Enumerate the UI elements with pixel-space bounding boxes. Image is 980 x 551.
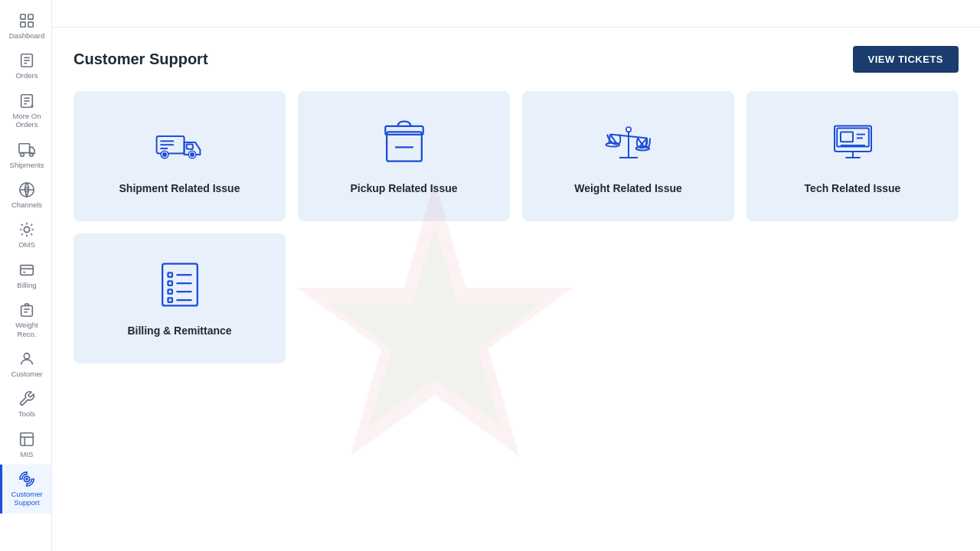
sidebar-item-tools[interactable]: Tools	[0, 384, 51, 424]
sidebar-item-mis-label: MIS	[21, 450, 34, 458]
sidebar-item-customer-support-label: Customer Support	[5, 490, 48, 507]
weight-card-icon	[604, 118, 653, 170]
svg-point-14	[30, 152, 34, 156]
sidebar-item-customer-label: Customer	[11, 370, 42, 378]
sidebar-item-tools-label: Tools	[18, 409, 35, 418]
customer-support-icon	[18, 471, 35, 487]
svg-rect-20	[21, 306, 33, 317]
svg-rect-64	[168, 281, 172, 285]
weight-reco-icon	[18, 302, 35, 318]
more-orders-icon	[18, 93, 35, 109]
svg-point-13	[21, 152, 24, 156]
cards-row-2: Billing & Remittance	[74, 233, 959, 364]
sidebar-item-shipments-label: Shipments	[10, 161, 44, 169]
sidebar-item-billing-label: Billing	[17, 281, 36, 289]
billing-icon	[18, 262, 35, 279]
sidebar-item-channels[interactable]: Channels	[0, 175, 51, 215]
channels-icon	[18, 181, 35, 198]
sidebar-item-orders[interactable]: Orders	[0, 46, 51, 86]
main-content: Customer Support VIEW TICKETS	[52, 0, 980, 551]
view-tickets-button[interactable]: VIEW TICKETS	[853, 46, 959, 73]
sidebar-item-dashboard-label: Dashboard	[9, 31, 44, 40]
oms-icon	[18, 221, 35, 238]
billing-card-icon	[155, 260, 204, 312]
svg-point-46	[626, 127, 630, 132]
svg-rect-68	[168, 298, 172, 302]
shipment-card-icon	[155, 118, 204, 170]
sidebar: Dashboard Orders More On Orders Shipment…	[0, 0, 52, 551]
tech-card-icon	[828, 118, 877, 170]
card-weight-label: Weight Related Issue	[574, 182, 682, 194]
orders-icon	[18, 52, 35, 69]
page-title: Customer Support	[74, 51, 208, 68]
sidebar-item-more-on-orders[interactable]: More On Orders	[0, 86, 51, 135]
card-pickup-label: Pickup Related Issue	[350, 182, 457, 194]
svg-point-28	[26, 478, 28, 480]
dashboard-icon	[18, 12, 35, 29]
svg-rect-0	[21, 15, 25, 19]
pickup-card-icon	[380, 118, 429, 170]
sidebar-item-shipments[interactable]: Shipments	[0, 135, 51, 175]
svg-rect-57	[841, 132, 853, 142]
svg-point-23	[24, 354, 29, 359]
svg-rect-66	[168, 289, 172, 293]
svg-point-16	[24, 227, 29, 233]
svg-rect-3	[28, 22, 33, 27]
mis-icon	[18, 431, 35, 448]
card-tech[interactable]: Tech Related Issue	[746, 91, 959, 221]
cards-row-1: Shipment Related Issue Pickup Rel	[74, 91, 959, 221]
card-pickup[interactable]: Pickup Related Issue	[298, 91, 510, 221]
sidebar-item-more-orders-label: More On Orders	[5, 112, 48, 129]
sidebar-item-oms[interactable]: OMS	[0, 215, 51, 255]
svg-rect-12	[19, 143, 30, 152]
svg-rect-2	[21, 22, 25, 27]
svg-rect-41	[385, 126, 423, 135]
sidebar-item-customer-support[interactable]: Customer Support	[0, 465, 51, 514]
card-shipment-label: Shipment Related Issue	[119, 182, 240, 194]
tools-icon	[18, 390, 35, 407]
card-weight[interactable]: Weight Related Issue	[522, 91, 734, 221]
sidebar-item-weight-reco[interactable]: Weight Reco.	[0, 295, 51, 344]
card-shipment[interactable]: Shipment Related Issue	[74, 91, 286, 221]
sidebar-item-dashboard[interactable]: Dashboard	[0, 6, 51, 46]
sidebar-item-billing[interactable]: Billing	[0, 256, 51, 295]
svg-rect-32	[186, 144, 192, 148]
customer-icon	[18, 350, 35, 367]
content-area: Customer Support VIEW TICKETS	[52, 28, 980, 551]
card-tech-label: Tech Related Issue	[805, 182, 901, 194]
card-billing-remittance-label: Billing & Remittance	[127, 324, 231, 337]
svg-point-36	[191, 153, 194, 156]
sidebar-item-customer[interactable]: Customer	[0, 344, 51, 384]
page-header: Customer Support VIEW TICKETS	[74, 46, 959, 73]
svg-point-34	[163, 153, 166, 156]
svg-rect-62	[168, 272, 172, 276]
svg-rect-24	[21, 432, 34, 445]
sidebar-item-orders-label: Orders	[15, 71, 38, 80]
svg-rect-17	[21, 265, 34, 275]
sidebar-item-mis[interactable]: MIS	[0, 425, 51, 465]
card-billing-remittance[interactable]: Billing & Remittance	[74, 233, 286, 364]
sidebar-item-oms-label: OMS	[18, 240, 35, 249]
sidebar-item-channels-label: Channels	[11, 201, 42, 209]
svg-rect-1	[28, 15, 33, 19]
shipments-icon	[18, 142, 35, 158]
sidebar-item-weight-reco-label: Weight Reco.	[5, 321, 48, 338]
topbar	[52, 0, 980, 28]
